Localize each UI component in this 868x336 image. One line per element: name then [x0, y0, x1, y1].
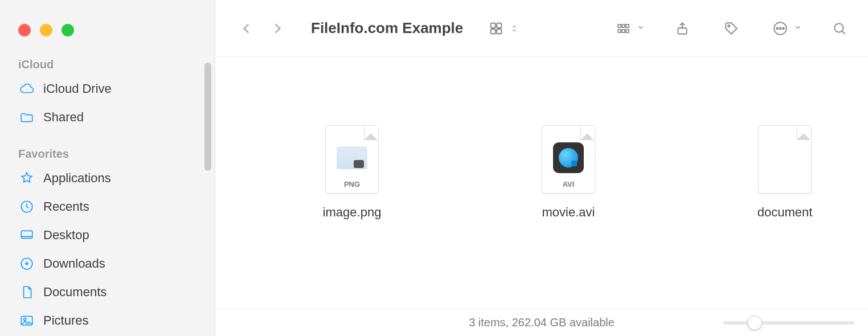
desktop-icon — [18, 227, 35, 244]
svg-point-16 — [728, 25, 730, 27]
file-item[interactable]: document — [734, 125, 836, 220]
chevron-down-icon — [794, 23, 802, 33]
icon-view-icon — [485, 17, 507, 40]
shared-folder-icon — [18, 109, 35, 126]
svg-point-18 — [776, 27, 778, 29]
sidebar-item-label: Recents — [43, 199, 89, 214]
window-title: FileInfo.com Example — [311, 19, 463, 37]
sidebar-item-icloud-drive[interactable]: iCloud Drive — [0, 75, 215, 103]
svg-rect-6 — [497, 23, 501, 27]
sidebar-item-label: Pictures — [43, 313, 88, 328]
svg-rect-14 — [626, 30, 629, 32]
slider-knob[interactable] — [747, 315, 762, 330]
applications-icon — [18, 170, 35, 187]
more-circle-icon — [769, 17, 792, 40]
file-item[interactable]: PNG image.png — [301, 125, 403, 220]
file-grid: PNG image.png AVI movie.avi document — [215, 57, 868, 309]
file-thumbnail-generic — [758, 125, 812, 194]
sidebar-item-label: Desktop — [43, 228, 89, 243]
chevron-down-icon — [637, 23, 645, 33]
svg-point-21 — [834, 23, 843, 32]
view-mode-button[interactable] — [485, 17, 519, 40]
file-item[interactable]: AVI movie.avi — [517, 125, 620, 220]
actions-menu-button[interactable] — [769, 17, 802, 40]
sidebar: iCloud iCloud Drive Shared Favorites App… — [0, 0, 215, 336]
status-bar: 3 items, 262.04 GB available — [215, 309, 868, 336]
sidebar-item-desktop[interactable]: Desktop — [0, 221, 215, 249]
group-grid-icon — [612, 17, 634, 40]
search-button[interactable] — [828, 17, 851, 40]
sidebar-item-label: Downloads — [43, 256, 105, 271]
sidebar-scrollbar[interactable] — [204, 63, 211, 171]
file-thumbnail-avi: AVI — [542, 125, 595, 194]
minimize-window-button[interactable] — [40, 24, 52, 36]
svg-rect-13 — [622, 30, 625, 32]
updown-chevron-icon — [510, 17, 519, 40]
downloads-icon — [18, 255, 35, 272]
document-icon — [18, 284, 35, 301]
sidebar-item-label: Shared — [43, 110, 84, 125]
svg-rect-12 — [618, 30, 621, 32]
clock-icon — [18, 198, 35, 215]
svg-rect-1 — [21, 231, 32, 238]
svg-rect-11 — [626, 24, 629, 27]
status-text: 3 items, 262.04 GB available — [469, 316, 615, 329]
svg-rect-10 — [622, 24, 625, 27]
icon-size-slider[interactable] — [723, 321, 854, 325]
sidebar-item-applications[interactable]: Applications — [0, 164, 215, 192]
svg-rect-5 — [491, 23, 496, 27]
sidebar-section-icloud: iCloud — [0, 52, 215, 75]
close-window-button[interactable] — [18, 24, 31, 36]
svg-rect-9 — [618, 24, 621, 27]
sidebar-section-favorites: Favorites — [0, 142, 215, 164]
group-by-button[interactable] — [612, 17, 645, 40]
svg-point-20 — [783, 27, 784, 29]
file-thumbnail-png: PNG — [325, 125, 379, 194]
sidebar-item-pictures[interactable]: Pictures — [0, 306, 215, 335]
share-button[interactable] — [671, 17, 694, 40]
tags-button[interactable] — [720, 17, 743, 40]
sidebar-item-documents[interactable]: Documents — [0, 278, 215, 306]
zoom-window-button[interactable] — [62, 24, 74, 36]
svg-point-19 — [780, 27, 781, 29]
pictures-icon — [18, 312, 35, 329]
sidebar-item-downloads[interactable]: Downloads — [0, 249, 215, 278]
forward-button[interactable] — [268, 21, 287, 36]
sidebar-item-label: Applications — [43, 171, 111, 186]
svg-point-4 — [24, 318, 26, 321]
file-name-label: image.png — [323, 205, 382, 220]
toolbar: FileInfo.com Example — [215, 0, 868, 57]
svg-rect-8 — [497, 29, 501, 34]
file-name-label: document — [758, 205, 813, 220]
svg-rect-7 — [491, 29, 496, 34]
window-controls — [0, 9, 215, 52]
sidebar-item-shared[interactable]: Shared — [0, 103, 215, 132]
main-panel: FileInfo.com Example — [215, 0, 868, 336]
back-button[interactable] — [237, 21, 256, 36]
sidebar-item-recents[interactable]: Recents — [0, 192, 215, 221]
cloud-icon — [18, 80, 35, 97]
sidebar-item-label: iCloud Drive — [43, 81, 112, 96]
file-type-badge: PNG — [344, 180, 360, 189]
file-name-label: movie.avi — [542, 205, 595, 220]
sidebar-item-label: Documents — [43, 285, 107, 300]
file-type-badge: AVI — [563, 180, 575, 189]
